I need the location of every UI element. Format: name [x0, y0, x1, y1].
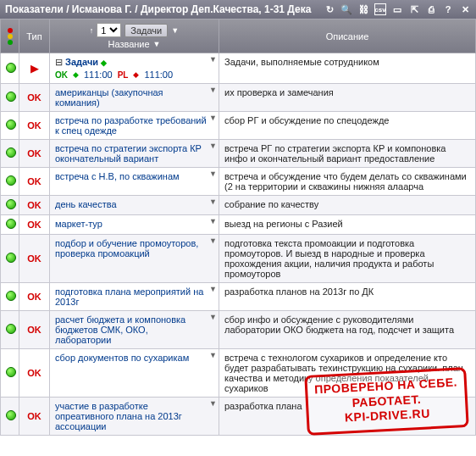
table-row[interactable]: OK подбор и обучение промоуторов, провер… — [1, 235, 476, 283]
tasks-filter-button[interactable]: Задачи — [125, 24, 168, 37]
table-row[interactable]: OK день качества▼ собрание по качеству — [1, 196, 476, 215]
help-icon[interactable]: ? — [442, 3, 454, 15]
ok-tag: OK — [55, 70, 68, 80]
status-dot-icon — [6, 367, 16, 377]
row-menu-icon[interactable]: ▼ — [209, 217, 217, 225]
status-dot-icon — [6, 291, 16, 301]
export-icon[interactable]: ⇱ — [408, 3, 420, 15]
task-desc: сбор РГ и обсуждение по спецодежде — [224, 115, 389, 125]
expand-icon[interactable]: ⊟ — [55, 57, 63, 67]
type-label: OK — [27, 325, 42, 335]
status-dot-icon — [6, 175, 16, 186]
task-name: встреча с Н.В, по скважинам — [55, 171, 180, 181]
task-name: встреча по разработке требований к спец … — [55, 115, 207, 136]
header-status[interactable] — [1, 19, 19, 53]
type-label: OK — [27, 253, 42, 264]
titlebar: Показатели / Исманова Г. / Директор Деп.… — [0, 0, 476, 19]
row-menu-icon[interactable]: ▼ — [209, 86, 217, 94]
task-desc: собрание по качеству — [224, 199, 318, 209]
status-dot-icon — [6, 147, 16, 158]
row-menu-icon[interactable]: ▼ — [209, 285, 217, 293]
task-name: встреча по стратегии экспорта КР окончат… — [55, 143, 202, 164]
header-type[interactable]: Тип — [19, 19, 50, 53]
type-label: OK — [27, 220, 42, 230]
close-icon[interactable]: ✕ — [459, 3, 471, 15]
pl-value: 111:00 — [144, 70, 173, 80]
caret-down-icon[interactable]: ▼ — [153, 40, 161, 48]
status-dot-icon — [6, 219, 16, 229]
header-type-label: Тип — [26, 31, 42, 42]
table-row[interactable]: OK маркет-тур▼ выезд на регионы с Разией — [1, 215, 476, 235]
csv-icon[interactable]: csv — [374, 3, 386, 15]
table-row[interactable]: OK расчет бюджета и компоновка бюджетов … — [1, 311, 476, 349]
diamond-icon: ◆ — [73, 70, 79, 79]
refresh-icon[interactable]: ↻ — [324, 3, 335, 15]
caret-down-icon[interactable]: ▼ — [171, 26, 179, 35]
task-name: подбор и обучение промоуторов, проверка … — [55, 238, 198, 259]
sort-up-icon[interactable]: ↑ — [90, 26, 94, 35]
type-label: OK — [27, 148, 42, 158]
table-row[interactable]: ▶ ⊟ Задачи ◆ OK ◆ 111:00 PL ◆ 111:00 ▼ З… — [1, 53, 476, 84]
status-dot-icon — [6, 63, 16, 73]
task-desc: разработка планов на 2013г по ДК — [224, 286, 374, 297]
table-row[interactable]: OK американцы (закупочная комиания)▼ их … — [1, 84, 476, 112]
type-label: OK — [27, 92, 42, 103]
header-desc-label: Описание — [326, 31, 369, 42]
page-select[interactable]: 1 — [97, 23, 121, 37]
header-name-label: Название — [108, 39, 149, 49]
traffic-light-icon — [4, 28, 15, 45]
type-label: OK — [27, 292, 42, 302]
row-menu-icon[interactable]: ▼ — [209, 351, 217, 359]
table-row[interactable]: OK встреча по разработке требований к сп… — [1, 112, 476, 140]
title-toolbar: ↻ 🔍 ⛓ csv ▭ ⇱ ⎙ ? ✕ — [324, 3, 471, 15]
status-dot-icon — [6, 324, 16, 334]
status-dot-icon — [6, 410, 16, 420]
table-row[interactable]: OK сбор документов по сухарикам▼ встреча… — [1, 349, 476, 398]
task-desc: выезд на регионы с Разией — [224, 219, 343, 229]
task-name: маркет-тур — [55, 219, 102, 229]
task-desc: их проверка и замечания — [224, 87, 334, 97]
row-menu-icon[interactable]: ▼ — [209, 55, 217, 64]
type-label: OK — [27, 176, 42, 186]
row-menu-icon[interactable]: ▼ — [209, 313, 217, 321]
row-menu-icon[interactable]: ▼ — [209, 197, 217, 206]
task-desc: встреча с технологом сухариков и определ… — [224, 353, 463, 393]
ok-value: 111:00 — [84, 70, 113, 80]
task-desc: подготовка текста промоакции и подготовк… — [224, 238, 434, 279]
table-row[interactable]: OK встреча по стратегии экспорта КР окон… — [1, 140, 476, 168]
pl-tag: PL — [118, 70, 129, 80]
search-icon[interactable]: 🔍 — [340, 3, 352, 15]
type-label: OK — [27, 411, 42, 421]
flag-icon: ▶ — [30, 62, 39, 75]
type-label: OK — [27, 120, 42, 131]
link-icon[interactable]: ⛓ — [357, 3, 369, 15]
minimize-icon[interactable]: ▭ — [391, 3, 403, 15]
table-row[interactable]: OK участие в разработке опреативного пла… — [1, 398, 476, 436]
diamond-icon: ◆ — [101, 58, 107, 67]
task-desc: встреча РГ по стратегии экспорта КР и ко… — [224, 143, 446, 164]
data-table: Тип ↑ 1 Задачи ▼ Название ▼ — [0, 19, 476, 436]
row-menu-icon[interactable]: ▼ — [209, 236, 217, 245]
type-label: OK — [27, 200, 42, 210]
row-menu-icon[interactable]: ▼ — [209, 114, 217, 122]
table-row[interactable]: OK встреча с Н.В, по скважинам▼ встреча … — [1, 168, 476, 196]
task-name: подготовка плана мероприятий на 2013г — [55, 286, 203, 307]
task-desc: встреча и обсуждение что будем делать со… — [224, 171, 467, 192]
task-desc: разработка плана — [224, 401, 302, 411]
type-label: OK — [27, 368, 42, 378]
task-desc: Задачи, выполняемые сотрудником — [224, 57, 379, 67]
status-dot-icon — [6, 253, 16, 263]
status-dot-icon — [6, 199, 16, 209]
status-dot-icon — [6, 92, 16, 102]
row-menu-icon[interactable]: ▼ — [209, 399, 217, 408]
table-row[interactable]: OK подготовка плана мероприятий на 2013г… — [1, 283, 476, 311]
task-name: расчет бюджета и компоновка бюджетов СМК… — [55, 314, 185, 345]
row-menu-icon[interactable]: ▼ — [209, 142, 217, 150]
header-desc[interactable]: Описание — [219, 19, 476, 53]
print-icon[interactable]: ⎙ — [425, 3, 437, 15]
task-desc: сбор инфо и обсуждение с руководителями … — [224, 314, 454, 335]
task-name: Задачи — [65, 57, 98, 67]
task-name: сбор документов по сухарикам — [55, 353, 189, 363]
window-title: Показатели / Исманова Г. / Директор Деп.… — [5, 3, 324, 15]
row-menu-icon[interactable]: ▼ — [209, 170, 217, 178]
